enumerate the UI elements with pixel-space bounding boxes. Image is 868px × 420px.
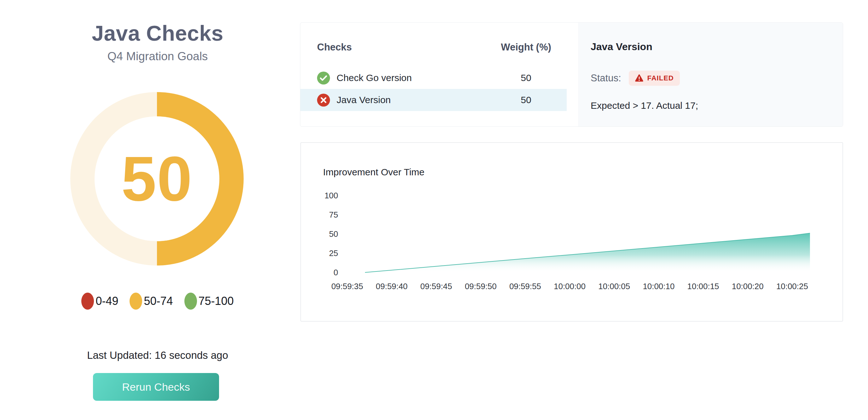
check-name: Java Version [337,95,391,105]
legend-label: 0-49 [95,295,118,308]
check-passed-icon [317,71,330,85]
page-subtitle: Q4 Migration Goals [0,50,315,63]
legend-item-low: 0-49 [81,293,118,310]
rerun-checks-button[interactable]: Rerun Checks [93,373,219,401]
svg-text:09:59:50: 09:59:50 [465,282,497,291]
improvement-chart-card: Improvement Over Time 100755025009:59:35… [300,142,843,322]
svg-text:09:59:35: 09:59:35 [331,282,363,291]
svg-text:100: 100 [324,191,338,200]
check-detail-panel: Java Version Status: FAILED Expected > 1… [578,23,843,126]
page-title: Java Checks [0,21,315,46]
status-badge: FAILED [629,71,680,86]
svg-text:75: 75 [329,210,338,219]
checks-card: Checks Weight (%) Check Go version 50 Ja… [300,22,843,127]
detail-message: Expected > 17. Actual 17; [591,100,698,111]
detail-title: Java Version [591,41,652,53]
status-row: Status: FAILED [591,71,680,86]
check-weight: 50 [482,72,570,83]
svg-text:10:00:10: 10:00:10 [643,282,675,291]
score-donut-chart: 50 [70,92,244,266]
check-name: Check Go version [337,72,412,83]
last-updated-text: Last Updated: 16 seconds ago [0,349,315,361]
status-badge-text: FAILED [647,74,674,82]
warning-triangle-icon [635,74,644,82]
check-weight: 50 [482,95,570,105]
score-legend: 0-49 50-74 75-100 [0,293,315,310]
svg-text:10:00:15: 10:00:15 [687,282,719,291]
svg-text:50: 50 [329,230,338,238]
svg-text:09:59:40: 09:59:40 [376,282,407,291]
svg-text:25: 25 [329,249,338,258]
svg-text:10:00:25: 10:00:25 [776,282,808,291]
table-row-java-version[interactable]: Java Version 50 [300,89,567,111]
legend-dot-amber-icon [129,293,142,310]
svg-text:10:00:05: 10:00:05 [598,282,630,291]
status-label: Status: [591,72,621,84]
svg-text:09:59:55: 09:59:55 [509,282,541,291]
legend-item-mid: 50-74 [129,293,173,310]
column-header-checks: Checks [317,41,352,53]
legend-label: 50-74 [144,295,173,308]
table-row-check-go-version[interactable]: Check Go version 50 [300,67,567,89]
checks-table: Checks Weight (%) Check Go version 50 Ja… [300,23,578,126]
svg-text:09:59:45: 09:59:45 [421,282,452,291]
legend-dot-red-icon [81,293,94,310]
score-donut-hole: 50 [95,116,219,241]
score-value: 50 [121,147,193,210]
legend-label: 75-100 [198,295,234,308]
svg-text:10:00:20: 10:00:20 [732,282,764,291]
check-failed-icon [317,94,330,107]
legend-dot-green-icon [184,293,197,310]
svg-text:10:00:00: 10:00:00 [554,282,586,291]
legend-item-high: 75-100 [184,293,234,310]
score-panel: Java Checks Q4 Migration Goals 50 0-49 5… [0,0,315,420]
column-header-weight: Weight (%) [482,41,570,53]
svg-text:0: 0 [334,268,338,277]
improvement-area-chart: 100755025009:59:3509:59:4009:59:4509:59:… [301,143,842,321]
